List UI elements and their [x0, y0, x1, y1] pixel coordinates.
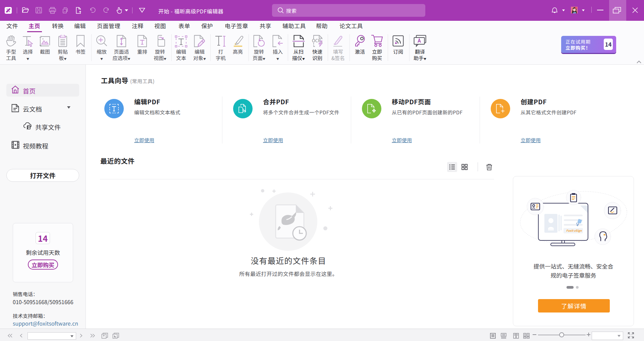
svg-text:Foxit eSign: Foxit eSign [566, 228, 582, 233]
